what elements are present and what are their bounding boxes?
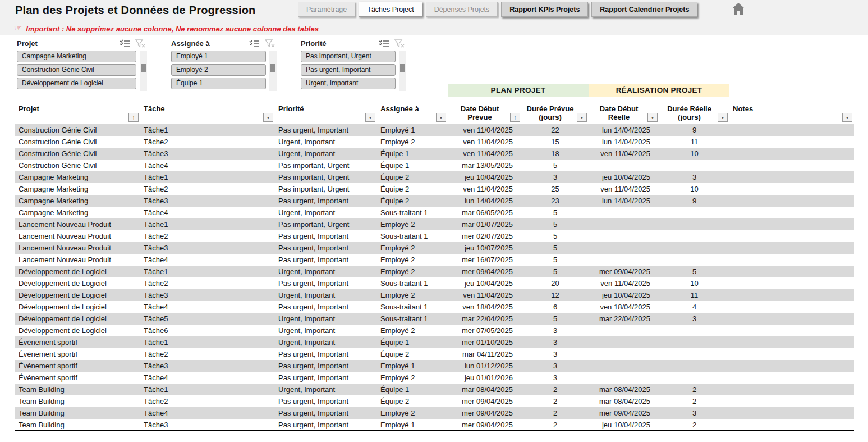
- cell-priorite[interactable]: Urgent, Important: [275, 136, 377, 148]
- cell-date-debut-prevue[interactable]: mer 02/07/2025: [448, 230, 522, 242]
- cell-priorite[interactable]: Urgent, Important: [275, 336, 377, 348]
- cell-date-debut-reelle[interactable]: lun 14/04/2025: [589, 124, 659, 136]
- cell-date-debut-prevue[interactable]: jeu 10/04/2025: [448, 277, 522, 289]
- cell-projet[interactable]: Lancement Nouveau Produit: [15, 254, 140, 266]
- cell-date-debut-reelle[interactable]: [589, 336, 659, 348]
- slicer-assignee-item[interactable]: Employé 1: [171, 51, 266, 62]
- cell-notes[interactable]: [729, 336, 854, 348]
- cell-assignee[interactable]: Sous-traitant 1: [377, 277, 448, 289]
- cell-notes[interactable]: [729, 277, 854, 289]
- cell-tache[interactable]: Tâche3: [140, 148, 275, 160]
- cell-duree-reelle[interactable]: 2: [659, 384, 729, 395]
- cell-assignee[interactable]: Sous-traitant 1: [377, 207, 448, 218]
- cell-notes[interactable]: [729, 124, 854, 136]
- filter-dropdown-icon[interactable]: [436, 113, 446, 122]
- table-row[interactable]: Développement de Logiciel Tâche2 Pas urg…: [15, 277, 854, 289]
- cell-duree-reelle[interactable]: [659, 218, 729, 230]
- cell-notes[interactable]: [729, 384, 854, 395]
- cell-tache[interactable]: Tâche6: [140, 325, 275, 336]
- cell-date-debut-reelle[interactable]: [589, 218, 659, 230]
- cell-date-debut-prevue[interactable]: mer 01/10/2025: [448, 336, 522, 348]
- cell-assignee[interactable]: Employé 2: [377, 266, 448, 277]
- cell-notes[interactable]: [729, 254, 854, 266]
- cell-projet[interactable]: Campagne Marketing: [15, 183, 140, 195]
- cell-tache[interactable]: Tâche4: [140, 254, 275, 266]
- cell-notes[interactable]: [729, 171, 854, 183]
- cell-duree-reelle[interactable]: [659, 336, 729, 348]
- cell-tache[interactable]: Tâche1: [140, 171, 275, 183]
- cell-priorite[interactable]: Pas important, Urgent: [275, 171, 377, 183]
- cell-date-debut-prevue[interactable]: ven 11/04/2025: [448, 124, 522, 136]
- cell-assignee[interactable]: Employé 2: [377, 254, 448, 266]
- cell-date-debut-prevue[interactable]: mer 07/05/2025: [448, 325, 522, 336]
- cell-duree-reelle[interactable]: 11: [659, 136, 729, 148]
- cell-priorite[interactable]: Urgent, Important: [275, 266, 377, 277]
- cell-projet[interactable]: Événement sportif: [15, 360, 140, 372]
- cell-notes[interactable]: [729, 230, 854, 242]
- cell-tache[interactable]: Tâche4: [140, 301, 275, 313]
- cell-projet[interactable]: Développement de Logiciel: [15, 277, 140, 289]
- cell-priorite[interactable]: Pas urgent, Important: [275, 395, 377, 407]
- cell-projet[interactable]: Campagne Marketing: [15, 195, 140, 207]
- cell-duree-reelle[interactable]: [659, 348, 729, 360]
- cell-date-debut-reelle[interactable]: [589, 360, 659, 372]
- cell-duree-prevue[interactable]: 2: [522, 384, 589, 395]
- cell-projet[interactable]: Campagne Marketing: [15, 207, 140, 218]
- cell-assignee[interactable]: Équipe 1: [377, 336, 448, 348]
- cell-assignee[interactable]: Employé 2: [377, 407, 448, 419]
- cell-duree-prevue[interactable]: 2: [522, 395, 589, 407]
- cell-duree-prevue[interactable]: 18: [522, 148, 589, 160]
- cell-notes[interactable]: [729, 148, 854, 160]
- cell-assignee[interactable]: Équipe 1: [377, 384, 448, 395]
- table-row[interactable]: Lancement Nouveau Produit Tâche3 Pas urg…: [15, 242, 854, 254]
- cell-projet[interactable]: Team Building: [15, 407, 140, 419]
- cell-tache[interactable]: Tâche1: [140, 124, 275, 136]
- cell-tache[interactable]: Tâche2: [140, 348, 275, 360]
- cell-duree-prevue[interactable]: 3: [522, 348, 589, 360]
- cell-projet[interactable]: Construction Génie Civil: [15, 124, 140, 136]
- cell-assignee[interactable]: Employé 1: [377, 124, 448, 136]
- cell-date-debut-prevue[interactable]: mar 22/04/2025: [448, 313, 522, 325]
- cell-priorite[interactable]: Urgent, Important: [275, 148, 377, 160]
- cell-assignee[interactable]: Équipe 1: [377, 148, 448, 160]
- cell-date-debut-prevue[interactable]: mar 08/04/2025: [448, 384, 522, 395]
- cell-date-debut-prevue[interactable]: mer 16/07/2025: [448, 254, 522, 266]
- cell-notes[interactable]: [729, 266, 854, 277]
- slicer-priorite-item[interactable]: Pas urgent, Important: [301, 64, 396, 76]
- table-row[interactable]: Team Building Tâche3 Pas urgent, Importa…: [15, 419, 854, 431]
- multi-select-icon[interactable]: [247, 38, 261, 49]
- cell-duree-prevue[interactable]: 2: [522, 407, 589, 419]
- cell-date-debut-reelle[interactable]: [589, 160, 659, 171]
- table-row[interactable]: Construction Génie Civil Tâche4 Pas impo…: [15, 160, 854, 171]
- cell-date-debut-reelle[interactable]: ven 11/04/2025: [589, 277, 659, 289]
- cell-notes[interactable]: [729, 325, 854, 336]
- cell-tache[interactable]: Tâche4: [140, 407, 275, 419]
- cell-date-debut-prevue[interactable]: lun 01/12/2025: [448, 360, 522, 372]
- cell-priorite[interactable]: Pas urgent, Important: [275, 419, 377, 431]
- cell-projet[interactable]: Lancement Nouveau Produit: [15, 218, 140, 230]
- cell-date-debut-reelle[interactable]: lun 14/04/2025: [589, 136, 659, 148]
- table-row[interactable]: Team Building Tâche1 Urgent, Important É…: [15, 384, 854, 395]
- cell-duree-prevue[interactable]: 6: [522, 301, 589, 313]
- cell-date-debut-prevue[interactable]: mer 09/04/2025: [448, 407, 522, 419]
- cell-assignee[interactable]: Équipe 2: [377, 171, 448, 183]
- cell-duree-prevue[interactable]: 3: [522, 336, 589, 348]
- cell-priorite[interactable]: Pas urgent, Important: [275, 195, 377, 207]
- table-row[interactable]: Lancement Nouveau Produit Tâche1 Pas imp…: [15, 218, 854, 230]
- cell-duree-reelle[interactable]: 3: [659, 171, 729, 183]
- cell-assignee[interactable]: Sous-traitant 1: [377, 301, 448, 313]
- cell-duree-reelle[interactable]: 5: [659, 266, 729, 277]
- cell-duree-prevue[interactable]: 15: [522, 136, 589, 148]
- cell-duree-reelle[interactable]: [659, 160, 729, 171]
- cell-tache[interactable]: Tâche3: [140, 195, 275, 207]
- cell-date-debut-prevue[interactable]: mer 09/04/2025: [448, 395, 522, 407]
- cell-date-debut-reelle[interactable]: lun 14/04/2025: [589, 195, 659, 207]
- nav-taches-project-button[interactable]: Tâches Project: [359, 2, 422, 17]
- cell-duree-reelle[interactable]: [659, 207, 729, 218]
- cell-date-debut-reelle[interactable]: mar 22/04/2025: [589, 313, 659, 325]
- cell-duree-reelle[interactable]: 3: [659, 313, 729, 325]
- cell-assignee[interactable]: Sous-traitant 1: [377, 230, 448, 242]
- cell-tache[interactable]: Tâche4: [140, 207, 275, 218]
- cell-duree-reelle[interactable]: [659, 230, 729, 242]
- cell-date-debut-reelle[interactable]: jeu 10/04/2025: [589, 419, 659, 431]
